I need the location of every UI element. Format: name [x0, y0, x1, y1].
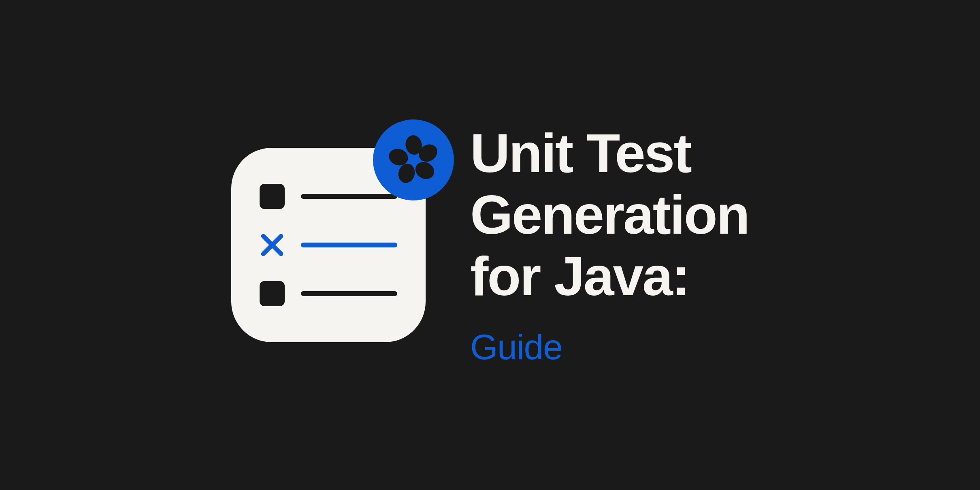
square-bullet-icon — [260, 281, 285, 306]
square-bullet-icon — [260, 184, 285, 209]
list-line-icon — [301, 194, 397, 199]
svg-point-2 — [412, 159, 437, 182]
text-content: Unit Test Generation for Java: Guide — [470, 122, 749, 368]
brand-badge — [373, 119, 454, 200]
hero-content: Unit Test Generation for Java: Guide — [231, 122, 749, 368]
checklist-row-1 — [260, 184, 397, 209]
subheading: Guide — [470, 326, 749, 368]
icon-container — [231, 148, 426, 342]
flower-logo-icon — [384, 131, 443, 190]
checklist-row-2 — [260, 232, 397, 258]
checklist-row-3 — [260, 281, 397, 306]
x-mark-icon — [260, 232, 285, 258]
list-line-highlighted-icon — [301, 243, 397, 247]
list-line-icon — [301, 291, 397, 296]
main-heading: Unit Test Generation for Java: — [470, 122, 749, 307]
